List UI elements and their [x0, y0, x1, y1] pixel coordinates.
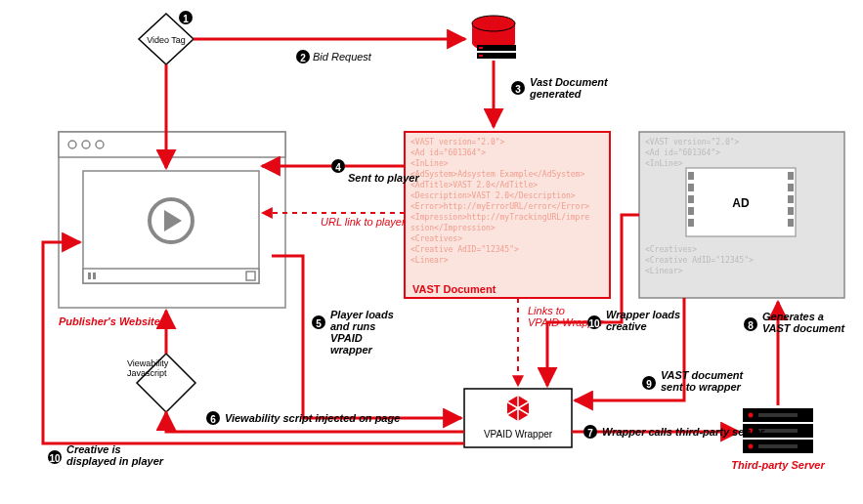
ad-creative: AD: [686, 168, 796, 236]
svg-rect-61: [758, 444, 798, 448]
diagram-canvas: Publisher's Website Video Tag 1 2 Bid Re…: [0, 0, 863, 504]
svg-text:<Impression>http://myTrackingU: <Impression>http://myTrackingURL/impre: [410, 213, 589, 222]
third-party-vast: <VAST version="2.0"> <Ad id="601364"> <I…: [639, 132, 844, 298]
svg-point-56: [749, 413, 754, 418]
svg-text:Sent to player: Sent to player: [348, 172, 419, 184]
svg-text:<Creatives>: <Creatives>: [410, 234, 462, 243]
svg-text:<InLine>: <InLine>: [410, 159, 449, 168]
svg-rect-18: [479, 47, 483, 49]
svg-rect-75: [688, 195, 694, 203]
svg-text:6: 6: [210, 414, 216, 425]
bid-server-icon: [472, 16, 516, 59]
svg-text:Vast Document: Vast Document: [530, 76, 609, 88]
svg-text:8: 8: [748, 320, 754, 331]
svg-text:10: 10: [588, 318, 600, 329]
svg-text:ssion</Impression>: ssion</Impression>: [410, 224, 496, 232]
svg-rect-77: [688, 219, 694, 227]
svg-text:Javascript: Javascript: [127, 368, 167, 378]
svg-text:<VAST version="2.0">: <VAST version="2.0">: [410, 138, 505, 147]
svg-text:Third-party Server: Third-party Server: [731, 459, 825, 471]
svg-rect-59: [758, 413, 798, 417]
svg-text:URL link to player: URL link to player: [321, 216, 407, 228]
svg-rect-19: [479, 55, 483, 57]
svg-text:Video Tag: Video Tag: [147, 35, 186, 45]
svg-rect-79: [788, 184, 794, 191]
svg-text:<Ad id="601364">: <Ad id="601364">: [645, 148, 720, 157]
svg-text:7: 7: [587, 428, 593, 439]
svg-text:<AdTitle>VAST 2.0</AdTitle>: <AdTitle>VAST 2.0</AdTitle>: [410, 181, 538, 189]
svg-rect-8: [93, 273, 96, 279]
svg-text:VAST document: VAST document: [661, 369, 744, 381]
svg-text:4: 4: [335, 162, 341, 173]
third-party-server: Third-party Server: [731, 408, 825, 471]
svg-rect-78: [788, 172, 794, 180]
svg-text:Links to: Links to: [528, 305, 565, 316]
svg-point-58: [749, 444, 754, 449]
svg-text:Player loads: Player loads: [330, 309, 394, 320]
svg-text:generated: generated: [529, 88, 582, 100]
svg-text:<Linear>: <Linear>: [645, 267, 683, 275]
svg-rect-76: [688, 207, 694, 215]
svg-rect-73: [688, 172, 694, 180]
svg-text:Wrapper loads: Wrapper loads: [606, 309, 680, 320]
svg-text:and runs: and runs: [330, 320, 375, 332]
svg-text:<AdSystem>Adsystem Example</Ad: <AdSystem>Adsystem Example</AdSystem>: [410, 170, 584, 179]
svg-text:9: 9: [646, 379, 652, 390]
publisher-website: Publisher's Website: [59, 132, 285, 327]
publisher-label: Publisher's Website: [59, 315, 160, 327]
svg-text:wrapper: wrapper: [330, 344, 373, 356]
svg-text:VAST Document: VAST Document: [412, 283, 496, 295]
svg-text:Generates a: Generates a: [762, 311, 824, 322]
svg-text:<InLine>: <InLine>: [645, 159, 683, 168]
svg-rect-82: [788, 219, 794, 227]
svg-text:Viewability: Viewability: [127, 358, 169, 368]
vast-document: VAST Document <VAST version="2.0"> <Ad i…: [405, 132, 610, 298]
svg-text:Viewability script injected on: Viewability script injected on page: [225, 412, 400, 424]
svg-text:3: 3: [515, 84, 521, 95]
svg-text:VPAID Wrapper: VPAID Wrapper: [484, 429, 553, 440]
vpaid-wrapper: VPAID Wrapper: [464, 389, 572, 447]
svg-text:<Description>VAST 2.0</Descrip: <Description>VAST 2.0</Description>: [410, 191, 576, 200]
svg-text:10: 10: [49, 453, 61, 464]
svg-text:Bid Request: Bid Request: [313, 51, 372, 63]
svg-text:VAST document: VAST document: [762, 322, 845, 334]
svg-text:2: 2: [300, 53, 306, 63]
svg-text:sent to wrapper: sent to wrapper: [661, 381, 742, 393]
svg-rect-6: [83, 269, 259, 283]
svg-text:<Linear>: <Linear>: [410, 256, 449, 265]
svg-rect-81: [788, 207, 794, 215]
svg-text:Creative is: Creative is: [66, 443, 121, 455]
svg-text:VPAID: VPAID: [330, 332, 363, 344]
svg-text:5: 5: [316, 318, 322, 329]
svg-text:<Creative AdID="12345">: <Creative AdID="12345">: [645, 256, 754, 265]
svg-text:<Ad id="601364">: <Ad id="601364">: [410, 148, 486, 157]
svg-text:Wrapper calls third-party serv: Wrapper calls third-party server: [602, 426, 765, 438]
svg-rect-80: [788, 195, 794, 203]
svg-text:creative: creative: [606, 320, 647, 332]
svg-text:1: 1: [183, 14, 189, 24]
svg-rect-74: [688, 184, 694, 191]
svg-text:<Error>http://myErrorURL/error: <Error>http://myErrorURL/error</Error>: [410, 202, 589, 211]
svg-text:<Creatives>: <Creatives>: [645, 245, 697, 254]
video-player: [83, 171, 259, 283]
viewability-js-node: Viewability Javascript: [127, 354, 195, 412]
svg-rect-1: [59, 132, 285, 157]
svg-text:<VAST version="2.0">: <VAST version="2.0">: [645, 138, 740, 147]
svg-text:displayed in player: displayed in player: [66, 455, 164, 467]
svg-rect-7: [88, 273, 91, 279]
svg-text:AD: AD: [732, 196, 750, 210]
svg-text:<Creative AdID="12345">: <Creative AdID="12345">: [410, 245, 519, 254]
